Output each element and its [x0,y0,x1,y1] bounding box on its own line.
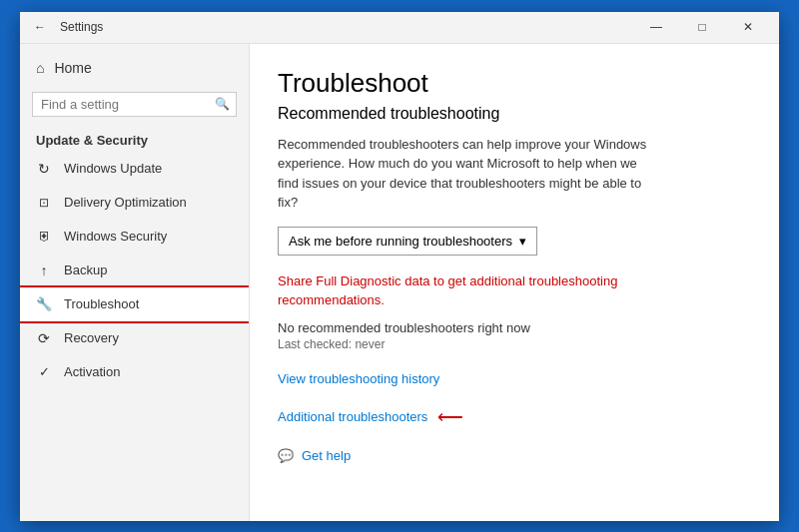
delivery-optimization-icon: ⊡ [36,195,52,211]
backup-label: Backup [64,263,107,277]
window-title: Settings [60,20,103,34]
recovery-label: Recovery [64,330,119,345]
additional-link-label: Additional troubleshooters [278,409,427,424]
home-label: Home [54,60,91,76]
section-heading: Recommended troubleshooting [278,105,751,123]
title-bar: ← Settings — □ ✕ [20,12,779,44]
main-content: Troubleshoot Recommended troubleshooting… [250,44,779,521]
activation-icon: ✓ [36,364,52,380]
get-help-link[interactable]: 💬 Get help [278,448,751,463]
sidebar-item-backup[interactable]: ↑ Backup [20,254,249,287]
title-bar-left: ← Settings [28,15,633,39]
search-icon: 🔍 [215,97,230,111]
close-button[interactable]: ✕ [725,11,771,43]
minimize-button[interactable]: — [633,11,679,43]
sidebar-item-delivery-optimization[interactable]: ⊡ Delivery Optimization [20,186,249,220]
windows-security-label: Windows Security [64,229,167,244]
back-button[interactable]: ← [28,15,52,39]
sidebar-item-activation[interactable]: ✓ Activation [20,355,249,389]
no-troubleshooter-text: No recommended troubleshooters right now [278,320,751,335]
arrow-indicator-icon: ⟵ [437,406,463,428]
last-checked-text: Last checked: never [278,337,751,351]
backup-icon: ↑ [36,263,52,278]
troubleshoot-icon: 🔧 [36,296,52,312]
view-history-link[interactable]: View troubleshooting history [278,371,751,386]
dropdown-arrow-icon: ▾ [519,234,526,249]
settings-window: ← Settings — □ ✕ ⌂ Home 🔍 Update & Secur… [20,12,779,521]
windows-update-label: Windows Update [64,161,162,176]
sidebar-item-home[interactable]: ⌂ Home [20,52,249,84]
sidebar-item-troubleshoot[interactable]: 🔧 Troubleshoot [20,287,249,321]
delivery-optimization-label: Delivery Optimization [64,195,187,210]
page-title: Troubleshoot [278,68,751,99]
window-controls: — □ ✕ [633,11,771,43]
home-icon: ⌂ [36,60,44,76]
troubleshoot-dropdown[interactable]: Ask me before running troubleshooters ▾ [278,227,537,256]
dropdown-value: Ask me before running troubleshooters [289,234,512,249]
get-help-icon: 💬 [278,448,294,463]
sidebar-item-windows-security[interactable]: ⛨ Windows Security [20,220,249,254]
search-box[interactable]: 🔍 [32,92,237,117]
sidebar-section-label: Update & Security [20,125,249,152]
troubleshoot-label: Troubleshoot [64,296,139,311]
sidebar-item-recovery[interactable]: ⟳ Recovery [20,321,249,355]
recovery-icon: ⟳ [36,330,52,346]
activation-label: Activation [64,364,120,379]
sidebar: ⌂ Home 🔍 Update & Security ↻ Windows Upd… [20,44,250,521]
windows-security-icon: ⛨ [36,229,52,245]
sidebar-item-windows-update[interactable]: ↻ Windows Update [20,152,249,186]
windows-update-icon: ↻ [36,161,52,177]
description-text: Recommended troubleshooters can help imp… [278,135,657,213]
get-help-label: Get help [302,448,351,463]
search-input[interactable] [41,97,209,112]
additional-troubleshooters-link[interactable]: Additional troubleshooters ⟵ [278,406,751,428]
share-diagnostic-link[interactable]: Share Full Diagnostic data to get additi… [278,271,657,310]
maximize-button[interactable]: □ [679,11,725,43]
content-area: ⌂ Home 🔍 Update & Security ↻ Windows Upd… [20,44,779,521]
